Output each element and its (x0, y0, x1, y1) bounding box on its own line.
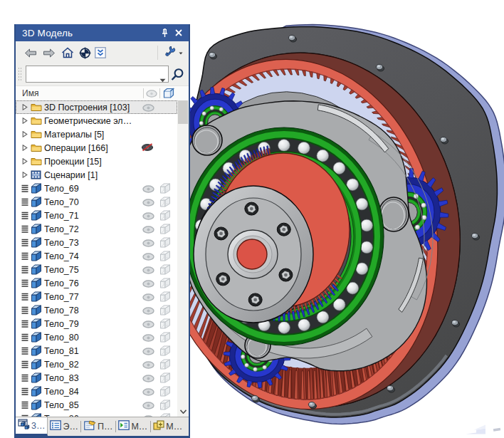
panel-tab-5[interactable]: М… (151, 417, 184, 436)
body-visibility-cube-icon[interactable] (159, 345, 171, 356)
body-visibility-cube-icon[interactable] (159, 386, 171, 397)
visibility-eye-icon[interactable] (142, 414, 154, 417)
visibility-eye-icon[interactable] (142, 319, 154, 328)
visibility-eye-icon[interactable] (142, 184, 154, 193)
body-visibility-cube-icon[interactable] (159, 372, 171, 383)
panel-tab-label: Э… (63, 422, 78, 432)
body-cube-icon (29, 264, 43, 275)
drag-grip-icon[interactable] (18, 66, 24, 82)
tree-row[interactable]: Тело_84 (16, 385, 177, 398)
panel-tab-4[interactable]: М… (116, 417, 149, 436)
tree-row[interactable]: Тело_71 (16, 209, 177, 222)
visibility-eye-icon[interactable] (142, 251, 154, 261)
body-cube-icon (29, 345, 43, 356)
tree-row[interactable]: Тело_77 (16, 290, 177, 303)
visibility-eye-icon[interactable] (142, 278, 154, 288)
tree-row[interactable]: Тело_78 (16, 303, 177, 317)
body-visibility-cube-icon[interactable] (159, 278, 171, 288)
tree-row-label: Тело_69 (44, 184, 79, 194)
visibility-eye-icon[interactable] (142, 306, 154, 315)
visibility-eye-icon[interactable] (142, 292, 154, 301)
visibility-eye-icon[interactable] (142, 346, 154, 355)
folder-icon (29, 143, 43, 152)
search-box[interactable] (26, 66, 169, 83)
tree-row[interactable]: Тело_73 (16, 236, 177, 249)
visibility-eye-icon[interactable] (142, 197, 154, 207)
tree-row[interactable]: Тело_69 (16, 182, 177, 195)
tree-row-label: Тело_79 (44, 319, 79, 329)
settings-button[interactable] (160, 44, 184, 61)
panel-titlebar[interactable]: 3D Модель (16, 24, 189, 41)
tree-row[interactable]: Тело_70 (16, 195, 177, 209)
tree-scrollbar[interactable] (177, 100, 189, 417)
tree-row[interactable]: Операции [166] (16, 141, 177, 155)
back-button[interactable] (21, 44, 40, 61)
body-visibility-cube-icon[interactable] (159, 237, 171, 248)
body-visibility-cube-icon[interactable] (159, 413, 171, 417)
expander-icon[interactable] (20, 131, 29, 137)
tree-row[interactable]: Тело_86 (16, 412, 177, 417)
tree-row[interactable]: Сценарии [1] (16, 168, 177, 182)
visibility-eye-icon[interactable] (142, 387, 154, 396)
panel-tab-2[interactable]: Э… (48, 417, 80, 436)
origin-button[interactable] (77, 44, 93, 61)
body-visibility-cube-icon[interactable] (159, 210, 171, 221)
close-icon[interactable] (173, 27, 184, 38)
body-visibility-cube-icon[interactable] (159, 197, 171, 207)
pin-icon[interactable] (159, 27, 170, 38)
visibility-eye-icon[interactable] (142, 224, 154, 234)
body-visibility-cube-icon[interactable] (159, 264, 171, 275)
body-visibility-cube-icon[interactable] (159, 305, 171, 316)
tree-row[interactable]: Геометрические элем… (16, 114, 177, 127)
visibility-eye-icon[interactable] (142, 333, 154, 342)
search-icon[interactable] (169, 66, 186, 83)
visibility-eye-icon[interactable] (142, 238, 154, 247)
visibility-eye-icon[interactable] (142, 360, 154, 369)
tree-row[interactable]: Тело_82 (16, 358, 177, 371)
visibility-eye-icon[interactable] (142, 265, 154, 274)
body-visibility-cube-icon[interactable] (159, 318, 171, 329)
visibility-eye-icon[interactable] (142, 400, 154, 410)
scroll-down-icon[interactable] (177, 406, 189, 417)
expander-icon[interactable] (20, 172, 29, 178)
tree-row[interactable]: Тело_83 (16, 371, 177, 385)
visibility-hidden-icon[interactable] (141, 142, 153, 152)
home-button[interactable] (58, 44, 77, 61)
forward-button[interactable] (40, 44, 58, 61)
scrollbar-thumb[interactable] (178, 100, 188, 124)
tree-row[interactable]: Тело_85 (16, 398, 177, 412)
tree-row[interactable]: Материалы [5] (16, 127, 177, 141)
body-visibility-cube-icon[interactable] (159, 291, 171, 302)
visibility-eye-icon[interactable] (142, 373, 154, 382)
tree-row[interactable]: 3D Построения [103] (16, 100, 177, 114)
body-visibility-cube-icon[interactable] (159, 224, 171, 234)
tree-row[interactable]: Тело_75 (16, 263, 177, 276)
tree-row[interactable]: Тело_80 (16, 330, 177, 344)
panel-tab-1[interactable]: 3… (16, 417, 48, 436)
expander-icon[interactable] (20, 104, 29, 110)
body-visibility-cube-icon[interactable] (159, 400, 171, 410)
search-dropdown-icon[interactable] (159, 73, 166, 85)
tree-row[interactable]: Проекции [15] (16, 155, 177, 168)
body-visibility-cube-icon[interactable] (159, 359, 171, 370)
tree-row[interactable]: Тело_74 (16, 249, 177, 263)
panel-tab-3[interactable]: П… (82, 417, 115, 436)
tree-row[interactable]: Тело_76 (16, 276, 177, 290)
body-list-icon (20, 414, 29, 417)
body-visibility-cube-icon[interactable] (159, 332, 171, 343)
visibility-column-icon[interactable] (144, 90, 159, 98)
collapse-all-button[interactable] (93, 44, 108, 61)
expander-icon[interactable] (20, 158, 29, 165)
visibility-eye-icon[interactable] (142, 103, 154, 112)
bodies-column-icon[interactable] (160, 88, 177, 99)
search-input[interactable] (26, 66, 168, 82)
tree-row[interactable]: Тело_79 (16, 317, 177, 330)
expander-icon[interactable] (20, 118, 29, 124)
tree-row[interactable]: Тело_81 (16, 344, 177, 358)
expander-icon[interactable] (20, 145, 29, 151)
body-visibility-cube-icon[interactable] (159, 183, 171, 194)
visibility-eye-icon[interactable] (142, 211, 154, 220)
tree-row-label: Тело_80 (44, 333, 79, 343)
tree-row[interactable]: Тело_72 (16, 222, 177, 236)
body-visibility-cube-icon[interactable] (159, 251, 171, 261)
